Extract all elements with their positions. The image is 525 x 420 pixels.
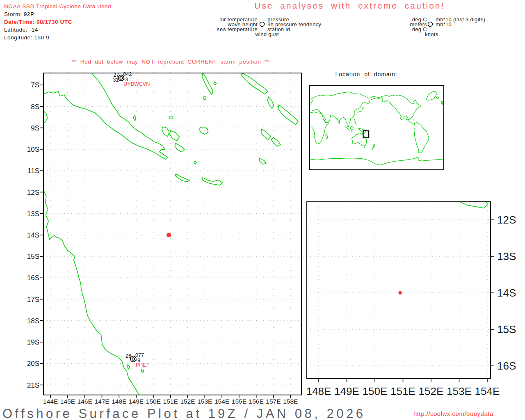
- coastline: [194, 161, 197, 164]
- footer-plot-title: Offshore Surface Plot at 19Z / JAN 08, 2…: [2, 406, 365, 420]
- x-tick-label: 147E: [94, 398, 109, 405]
- map-frame: [307, 202, 491, 379]
- station-pressure: 077: [135, 352, 144, 358]
- map-frame: [43, 73, 301, 395]
- x-tick-label: 157E: [266, 398, 281, 405]
- x-tick-label: 148E: [306, 385, 331, 397]
- y-tick-label: 9S: [31, 124, 39, 132]
- station-id: PHET: [136, 362, 150, 368]
- station-id: UYBWCVN: [123, 81, 150, 87]
- coastline: [358, 107, 364, 112]
- world-inset-map: [310, 86, 444, 170]
- station-pressure: 042: [123, 71, 132, 77]
- coastline: [436, 97, 439, 99]
- y-tick-label: 13S: [27, 210, 39, 218]
- legend-units-knots: knots: [425, 31, 438, 37]
- legend-station-circle-icon: [259, 21, 265, 27]
- coastline: [170, 130, 180, 141]
- x-tick-label: 152E: [419, 385, 444, 397]
- coastline: [441, 100, 443, 104]
- coastline: [271, 137, 281, 146]
- header-latitude-line: Latitude: -14: [4, 26, 38, 34]
- coastline: [364, 147, 365, 148]
- coastline: [43, 111, 48, 123]
- x-tick-label: 144E: [43, 398, 58, 405]
- header-noaa-line: NOAA SSD Tropical Cyclone Data Used:: [4, 2, 113, 10]
- coastline: [162, 127, 169, 137]
- circle-icon: [428, 22, 433, 27]
- storm-position-note: ** Red dot below may NOT represent CURRE…: [72, 59, 269, 65]
- y-tick-label: 17S: [27, 296, 39, 304]
- coastline: [175, 143, 185, 152]
- coastline: [372, 144, 375, 149]
- x-tick-label: 151E: [163, 398, 178, 405]
- station-symbol-inner-circle: [132, 358, 135, 360]
- coastline: [203, 97, 206, 100]
- x-tick-label: 153E: [447, 385, 472, 397]
- header-storm-line: Storm: 92P: [4, 10, 34, 18]
- y-tick-label: 13S: [497, 250, 516, 262]
- x-tick-label: 154E: [475, 385, 500, 397]
- coastline: [127, 365, 130, 369]
- coastline: [349, 131, 352, 131]
- coastline: [202, 178, 222, 185]
- circle-icon: [260, 22, 265, 27]
- x-tick-label: 146E: [78, 398, 92, 405]
- map-frame: [310, 86, 444, 170]
- x-tick-label: 145E: [60, 398, 75, 405]
- station-symbol-inner-circle: [120, 77, 122, 79]
- x-tick-label: 153E: [197, 398, 212, 405]
- main-map: 144E145E146E147E148E149E150E151E152E153E…: [43, 73, 301, 395]
- coastline: [352, 133, 367, 146]
- coastline: [261, 129, 271, 139]
- coastline: [426, 91, 437, 100]
- y-tick-label: 14S: [497, 287, 516, 299]
- coastline-layer: [310, 91, 444, 165]
- x-tick-label: 149E: [129, 398, 144, 405]
- y-tick-label: 20S: [27, 360, 39, 368]
- world-inset-title: Location of domain:: [299, 71, 434, 78]
- zoom-inset-map: 148E149E150E151E152E153E154E12S13S14S15S…: [307, 202, 491, 379]
- storm-dot: [398, 291, 402, 294]
- y-tick-label: 16S: [497, 360, 516, 372]
- coastline: [267, 97, 274, 109]
- y-tick-label: 8S: [31, 103, 39, 111]
- y-tick-label: 15S: [497, 323, 516, 336]
- x-tick-label: 154E: [215, 398, 229, 405]
- footer-url: http://coolwx.com/buoydata: [413, 410, 493, 417]
- x-tick-label: 156E: [249, 398, 264, 405]
- x-tick-label: 148E: [112, 398, 126, 405]
- y-tick-label: 21S: [27, 381, 39, 389]
- offshore-surface-plot-page: { "colors": { "red_text": "#fb4545", "re…: [0, 0, 525, 420]
- legend-units-mb10: mb*10: [436, 21, 452, 27]
- coastline: [310, 92, 381, 127]
- station-air-temperature: 26: [126, 353, 131, 359]
- coastline: [278, 105, 298, 125]
- x-tick-label: 155E: [232, 398, 247, 405]
- legend-sea-temperature: sea temperature: [217, 26, 258, 32]
- y-tick-label: 14S: [27, 231, 39, 239]
- station-plot: 2704231-3UYBWCVN: [113, 71, 150, 87]
- coastline: [169, 116, 172, 119]
- coastline: [354, 119, 356, 125]
- coastline: [133, 115, 136, 121]
- y-tick-label: 16S: [27, 274, 39, 282]
- coastline: [310, 112, 329, 144]
- header-datetime-line: Date/Time: 08/1730 UTC: [4, 18, 72, 26]
- y-tick-label: 12S: [27, 189, 39, 196]
- coastline: [141, 370, 144, 373]
- coastline: [241, 73, 268, 94]
- x-tick-label: 151E: [390, 385, 415, 397]
- coastline: [350, 126, 353, 130]
- legend-units-circle-icon: [427, 21, 434, 27]
- coastline: [326, 133, 328, 139]
- storm-dot: [167, 233, 171, 237]
- y-tick-label: 10S: [27, 146, 39, 153]
- coastline: [202, 73, 213, 95]
- y-tick-label: 12S: [497, 214, 516, 226]
- coastline: [260, 158, 266, 164]
- y-tick-label: 11S: [27, 167, 39, 175]
- x-tick-label: 152E: [180, 398, 195, 405]
- legend-wind-gust: wind gust: [255, 31, 279, 37]
- caution-title: Use analyses with extreme caution!: [254, 1, 445, 11]
